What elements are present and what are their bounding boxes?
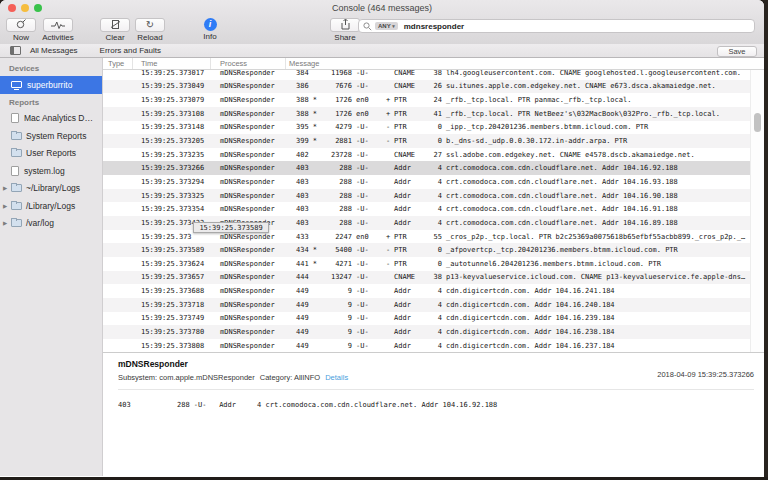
table-row[interactable]: 15:39:25.373808mDNSResponder4499-U-Addr4… [103, 339, 764, 352]
scrollbar-thumb[interactable] [754, 113, 761, 132]
now-button[interactable]: Now [4, 18, 38, 42]
cell-proc: mDNSResponder [211, 178, 286, 186]
cell-time: 15:39:25.373294 [133, 178, 211, 186]
scope-bar: All Messages Errors and Faults Save [0, 44, 764, 58]
cell-proc: mDNSResponder [211, 192, 286, 200]
column-header-message[interactable]: Message [286, 59, 764, 68]
window-controls [8, 4, 42, 12]
disclosure-triangle-icon[interactable]: ▶ [3, 203, 7, 209]
sidebar-toggle-icon[interactable] [10, 46, 21, 55]
folder-icon [11, 184, 22, 192]
share-button[interactable]: Share [328, 18, 362, 42]
cell-q2: 288 [322, 164, 352, 172]
cell-time: 15:39:25.373718 [133, 301, 211, 309]
search-scope-token[interactable]: ANY ▾ [375, 22, 398, 30]
cell-time: 15:39:25.373780 [133, 328, 211, 336]
share-icon [340, 16, 351, 34]
cell-proc: mDNSResponder [211, 151, 286, 159]
table-row[interactable]: 15:39:25.373718mDNSResponder4499-U-Addr4… [103, 298, 764, 312]
cell-if: -U- [352, 301, 386, 309]
sidebar-item-superburrito[interactable]: superburrito [0, 76, 102, 94]
cell-if: -U- [352, 246, 386, 254]
cell-len: 4 [428, 314, 442, 322]
table-row[interactable]: 15:39:25.373780mDNSResponder4499-U-Addr4… [103, 325, 764, 339]
sidebar-item-mac-analytics-d-[interactable]: Mac Analytics D… [0, 110, 102, 128]
table-row[interactable]: 15:39:25.373624mDNSResponder441 *4271-U-… [103, 257, 764, 271]
cell-if: -U- [352, 123, 386, 131]
table-row[interactable]: 15:39:25.373049mDNSResponder3867676-U-CN… [103, 80, 764, 94]
sidebar-item-label: Mac Analytics D… [24, 113, 93, 123]
cell-len: 4 [428, 164, 442, 172]
save-button[interactable]: Save [717, 46, 757, 57]
reload-button[interactable]: ↻ Reload [133, 18, 167, 42]
cell-len: 4 [428, 178, 442, 186]
search-field[interactable]: ANY ▾ mdnsresponder [358, 19, 755, 33]
info-icon [204, 18, 217, 31]
cell-proc: mDNSResponder [211, 342, 286, 350]
sidebar-item--library-logs[interactable]: ▶~/Library/Logs [0, 180, 102, 198]
activities-button[interactable]: Activities [38, 18, 78, 42]
cell-time: 15:39:25.373 [133, 233, 211, 241]
cell-len: 0 [428, 137, 442, 145]
clear-button[interactable]: Clear [98, 18, 132, 42]
table-row[interactable]: 15:39:25.373235mDNSResponder40223728-U-C… [103, 148, 764, 162]
cell-proc: mDNSResponder [211, 96, 286, 104]
table-row[interactable]: 15:39:25.373749mDNSResponder4499-U-Addr4… [103, 312, 764, 326]
sidebar-item-label: system.log [24, 166, 65, 176]
cell-q1: 399 * [286, 137, 322, 145]
table-row[interactable]: 15:39:25.373148mDNSResponder395 *4279-U-… [103, 121, 764, 135]
table-row[interactable]: 15:39:25.373589mDNSResponder434 *5400-U-… [103, 243, 764, 257]
cell-flag: + [386, 110, 394, 118]
table-row[interactable]: 15:39:25.373108mDNSResponder388 *1726en0… [103, 107, 764, 121]
table-row[interactable]: 15:39:25.373294mDNSResponder403288-U-Add… [103, 175, 764, 189]
vertical-scrollbar[interactable] [750, 70, 764, 352]
info-button[interactable]: Info [193, 18, 227, 41]
cell-len: 4 [428, 287, 442, 295]
cell-proc: mDNSResponder [211, 110, 286, 118]
details-link[interactable]: Details [325, 373, 348, 382]
column-header-time[interactable]: Time [133, 58, 211, 69]
close-window-button[interactable] [8, 4, 16, 12]
cell-rt: PTR [394, 123, 428, 131]
cell-time: 15:39:25.373688 [133, 287, 211, 295]
cell-rt: Addr [394, 164, 428, 172]
cell-q2: 5400 [322, 246, 352, 254]
disclosure-triangle-icon[interactable]: ▶ [3, 220, 7, 226]
table-row[interactable]: 15:39:25.373205mDNSResponder399 *2881-U-… [103, 134, 764, 148]
tab-errors-and-faults[interactable]: Errors and Faults [100, 46, 161, 55]
sidebar-item-system-log[interactable]: system.log [0, 162, 102, 180]
disclosure-triangle-icon[interactable]: ▶ [3, 185, 7, 191]
table-row[interactable]: 15:39:25.373688mDNSResponder4499-U-Addr4… [103, 284, 764, 298]
sidebar-item-user-reports[interactable]: User Reports [0, 145, 102, 163]
cell-rt: CNAME [394, 82, 428, 90]
table-row[interactable]: 15:39:25.373354mDNSResponder403288-U-Add… [103, 202, 764, 216]
cell-rt: CNAME [394, 70, 428, 77]
sidebar-item--var-log[interactable]: ▶/var/log [0, 215, 102, 233]
search-input[interactable]: mdnsresponder [404, 22, 464, 31]
log-content: Type Time Process Message 15:39:25.37301… [103, 58, 764, 476]
table-row[interactable]: 15:39:25.373657mDNSResponder44413247-U-C… [103, 271, 764, 285]
cell-txt: p13-keyvalueservice.icloud.com. CNAME p1… [442, 273, 764, 281]
table-row[interactable]: 15:39:25.373079mDNSResponder388 *1726en0… [103, 93, 764, 107]
cell-proc: mDNSResponder [211, 164, 286, 172]
cell-proc: mDNSResponder [211, 82, 286, 90]
table-row[interactable]: 15:39:25.373266mDNSResponder403288-U-Add… [103, 161, 764, 175]
cell-q1: 449 [286, 287, 322, 295]
sidebar-item--library-logs[interactable]: ▶/Library/Logs [0, 197, 102, 215]
minimize-window-button[interactable] [21, 4, 29, 12]
cell-txt: b._dns-sd._udp.0.0.30.172.in-addr.arpa. … [442, 137, 764, 145]
table-row[interactable]: 15:39:25.373325mDNSResponder403288-U-Add… [103, 189, 764, 203]
cell-q1: 403 [286, 219, 322, 227]
console-window: Console (464 messages) Now Activities Cl… [0, 0, 764, 477]
sidebar-item-system-reports[interactable]: System Reports [0, 127, 102, 145]
column-header-process[interactable]: Process [211, 58, 286, 69]
table-row[interactable]: 15:39:25.373017mDNSResponder38411968-U-C… [103, 70, 764, 80]
cell-q2: 2881 [322, 137, 352, 145]
column-header-type[interactable]: Type [103, 58, 133, 69]
zoom-window-button[interactable] [34, 4, 42, 12]
cell-time: 15:39:25.373624 [133, 260, 211, 268]
cell-rt: Addr [394, 301, 428, 309]
cell-len: 24 [428, 96, 442, 104]
tab-all-messages[interactable]: All Messages [30, 46, 78, 55]
cell-txt: cdn.digicertcdn.com. Addr 104.16.237.184 [442, 342, 764, 350]
